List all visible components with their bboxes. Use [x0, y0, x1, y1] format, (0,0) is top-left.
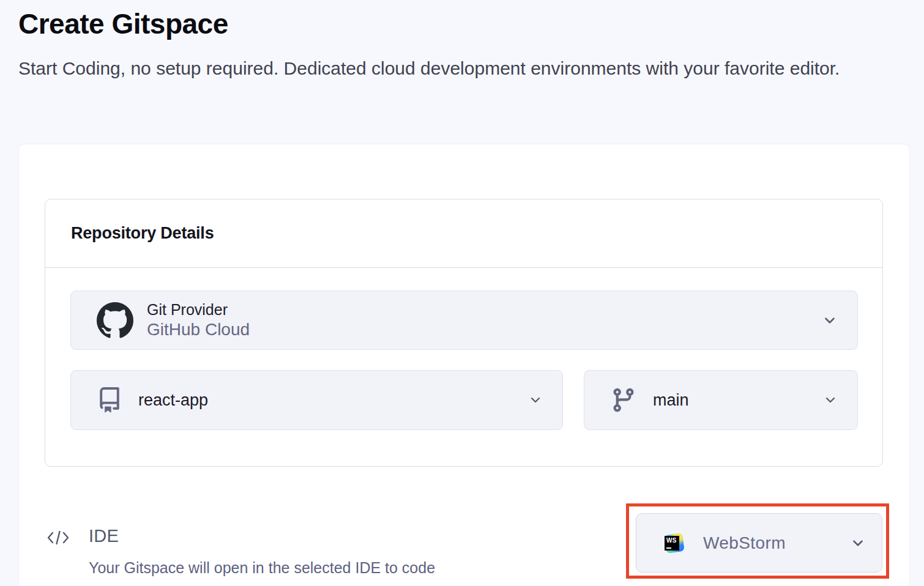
git-branch-icon: [610, 387, 637, 414]
repository-details-heading: Repository Details: [71, 224, 214, 243]
annotation-highlight-box: WS WebStorm: [626, 503, 889, 579]
ide-value: WebStorm: [703, 533, 786, 553]
repository-select[interactable]: react-app: [70, 370, 563, 430]
webstorm-icon-label: WS: [665, 536, 679, 551]
ide-select[interactable]: WS WebStorm: [636, 513, 882, 573]
repo-icon: [97, 387, 122, 413]
branch-select[interactable]: main: [584, 370, 858, 430]
page-title: Create Gitspace: [18, 7, 228, 40]
git-provider-value: GitHub Cloud: [147, 319, 250, 340]
page-subtitle: Start Coding, no setup required. Dedicat…: [18, 55, 912, 81]
repository-value: react-app: [138, 391, 208, 410]
chevron-down-icon: [822, 313, 838, 328]
chevron-down-icon: [850, 535, 866, 551]
create-gitspace-page: Create Gitspace Start Coding, no setup r…: [0, 0, 924, 586]
chevron-down-icon: [528, 393, 543, 407]
ide-section-description: Your Gitspace will open in the selected …: [89, 559, 435, 577]
code-icon: [46, 529, 70, 547]
chevron-down-icon: [823, 393, 838, 407]
branch-value: main: [653, 391, 689, 410]
git-provider-label: Git Provider: [147, 300, 250, 319]
webstorm-icon: WS: [663, 532, 685, 555]
git-provider-select[interactable]: Git Provider GitHub Cloud: [70, 291, 858, 350]
repository-details-header: Repository Details: [45, 199, 882, 268]
github-icon: [97, 302, 133, 339]
ide-section-label: IDE: [89, 526, 119, 546]
